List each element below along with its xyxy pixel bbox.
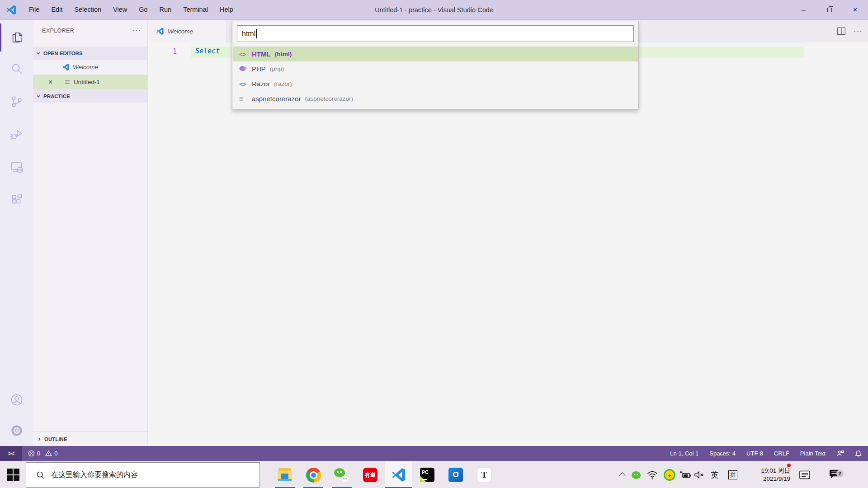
open-editor-untitled[interactable]: × Untitled-1 — [33, 75, 147, 89]
open-editor-welcome[interactable]: Welcome — [33, 60, 147, 75]
text-caret — [256, 29, 257, 38]
open-editors-label: OPEN EDITORS — [43, 51, 83, 56]
explorer-sidebar: EXPLORER ··· OPEN EDITORS Welcome × Unti… — [33, 20, 148, 446]
warning-icon — [45, 450, 52, 457]
tray-clock[interactable]: 19:01 周日 2021/9/19 — [745, 461, 790, 488]
option-description: (razor) — [274, 80, 292, 87]
windows-taskbar: 在这里输入你要搜索的内容 有道 PC O T — [0, 461, 868, 488]
restore-button[interactable] — [816, 0, 842, 20]
indentation-button[interactable]: Spaces: 4 — [709, 450, 736, 457]
menu-go[interactable]: Go — [133, 0, 153, 19]
source-control-activity-button[interactable] — [0, 88, 33, 116]
practice-folder-header[interactable]: PRACTICE — [33, 89, 147, 103]
feedback-icon[interactable] — [836, 450, 844, 457]
search-activity-button[interactable] — [0, 55, 33, 83]
option-label: HTML — [252, 50, 271, 58]
outline-section-header[interactable]: OUTLINE — [33, 432, 147, 446]
bell-icon[interactable] — [855, 450, 862, 457]
tray-ime-latin[interactable]: 英 — [709, 461, 721, 488]
language-option-razor[interactable]: <> Razor (razor) — [233, 76, 638, 91]
open-editor-untitled-label: Untitled-1 — [74, 79, 100, 85]
minimize-button[interactable]: – — [791, 0, 816, 20]
taskbar-pycharm[interactable]: PC — [414, 461, 441, 488]
taskbar-wechat[interactable] — [328, 461, 355, 488]
option-description: (html) — [275, 51, 292, 57]
eol-button[interactable]: CRLF — [774, 450, 789, 457]
tray-show-hidden-icons[interactable] — [618, 461, 628, 488]
account-button[interactable] — [0, 386, 33, 414]
tray-network[interactable] — [646, 461, 658, 488]
menu-edit[interactable]: Edit — [45, 0, 68, 19]
tray-360safe[interactable]: + — [664, 461, 675, 488]
notes-icon — [799, 470, 811, 480]
vscode-icon — [391, 467, 406, 483]
close-editor-icon[interactable]: × — [48, 79, 52, 86]
remote-explorer-activity-button[interactable] — [0, 153, 33, 181]
menubar: File Edit Selection View Go Run Terminal… — [23, 0, 239, 19]
search-icon — [10, 62, 24, 76]
volume-muted-icon — [694, 471, 705, 479]
open-editors-header[interactable]: OPEN EDITORS — [33, 47, 147, 60]
language-option-php[interactable]: PHP (php) — [233, 61, 638, 76]
line-number: 1 — [166, 47, 177, 56]
html-lang-icon: <> — [239, 51, 252, 58]
titlebar: File Edit Selection View Go Run Terminal… — [0, 0, 868, 20]
warning-count: 0 — [54, 450, 57, 457]
debug-icon — [10, 127, 24, 141]
editor-more-actions-button[interactable]: ··· — [854, 29, 863, 33]
tray-ime-pinyin[interactable]: 拼 — [727, 461, 739, 488]
sidebar-title: EXPLORER — [42, 28, 74, 34]
language-option-aspnetcorerazor[interactable]: ≡ aspnetcorerazor (aspnetcorerazor) — [233, 91, 638, 106]
menu-help[interactable]: Help — [214, 0, 239, 19]
problems-button[interactable]: 0 0 — [28, 446, 57, 461]
taskbar-outlook[interactable]: O — [442, 461, 469, 488]
start-button[interactable] — [7, 469, 19, 481]
split-editor-button[interactable] — [836, 26, 846, 36]
taskbar-typora[interactable]: T — [471, 461, 498, 488]
explorer-activity-button[interactable] — [0, 23, 33, 52]
clock-time: 19:01 周日 — [745, 467, 790, 475]
extensions-activity-button[interactable] — [0, 186, 33, 214]
tab-welcome[interactable]: Welcome — [148, 20, 227, 42]
explorer-more-actions-button[interactable]: ··· — [132, 28, 141, 33]
outline-label: OUTLINE — [44, 436, 67, 442]
menu-file[interactable]: File — [23, 0, 45, 19]
language-picker-input[interactable]: html — [237, 25, 634, 42]
taskbar-vscode-active[interactable] — [385, 461, 412, 488]
tray-battery[interactable] — [679, 461, 692, 488]
status-bar: >< 0 0 Ln 1, Col 1 Spaces: 4 UTF-8 CRLF … — [0, 446, 868, 461]
menu-view[interactable]: View — [107, 0, 133, 19]
pycharm-icon: PC — [420, 468, 434, 482]
taskbar-search-box[interactable]: 在这里输入你要搜索的内容 — [26, 462, 260, 488]
menu-selection[interactable]: Selection — [68, 0, 107, 19]
untitled-hint-link[interactable]: Select — [195, 47, 220, 55]
chevron-down-icon — [36, 51, 41, 56]
youdao-icon: 有道 — [363, 468, 377, 482]
search-icon — [36, 471, 45, 479]
language-option-html[interactable]: <> HTML (html) — [233, 47, 638, 61]
taskbar-youdao[interactable]: 有道 — [357, 461, 384, 488]
cursor-position-button[interactable]: Ln 1, Col 1 — [670, 450, 698, 457]
settings-button[interactable] — [0, 417, 33, 445]
tray-journal[interactable] — [798, 461, 811, 488]
files-icon — [10, 31, 24, 44]
tray-volume[interactable] — [693, 461, 705, 488]
tray-action-center[interactable]: 2 — [826, 461, 842, 488]
option-label: aspnetcorerazor — [252, 95, 301, 103]
menu-run[interactable]: Run — [154, 0, 178, 19]
chevron-down-icon — [36, 94, 41, 99]
vscode-file-icon — [62, 63, 70, 71]
picker-input-value: html — [242, 30, 255, 38]
chevron-up-icon — [619, 472, 626, 479]
tray-wechat[interactable] — [631, 461, 642, 488]
run-debug-activity-button[interactable] — [0, 120, 33, 148]
taskbar-chrome[interactable] — [300, 461, 327, 488]
menu-terminal[interactable]: Terminal — [177, 0, 214, 19]
encoding-button[interactable]: UTF-8 — [746, 450, 763, 457]
option-description: (php) — [270, 66, 284, 72]
language-option-list: <> HTML (html) PHP (php) <> Razor (razor… — [233, 47, 638, 106]
remote-indicator-button[interactable]: >< — [0, 446, 22, 461]
language-mode-button[interactable]: Plain Text — [800, 450, 826, 457]
close-button[interactable]: × — [842, 0, 868, 20]
taskbar-file-explorer[interactable] — [271, 461, 298, 488]
